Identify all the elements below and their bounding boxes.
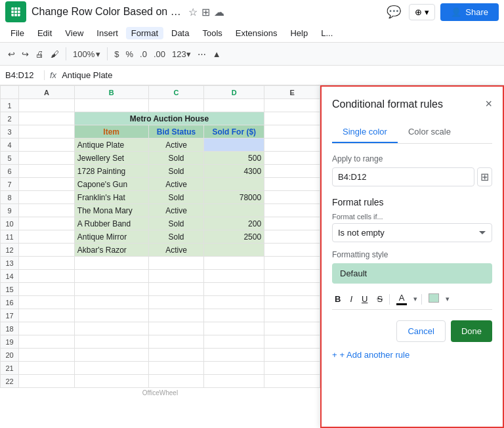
- share-button[interactable]: 👤 Share: [440, 3, 499, 21]
- fill-color-button[interactable]: [426, 292, 442, 306]
- paint-button[interactable]: 🖌: [48, 48, 62, 60]
- header-bid[interactable]: Bid Status: [148, 125, 204, 139]
- decimal2-btn[interactable]: .00: [151, 48, 168, 60]
- cancel-button[interactable]: Cancel: [396, 320, 445, 342]
- menu-edit[interactable]: Edit: [32, 27, 57, 39]
- cell-a1[interactable]: [19, 99, 75, 112]
- cell-b10[interactable]: A Rubber Band: [74, 217, 148, 230]
- more-btn[interactable]: ⋯: [195, 48, 209, 60]
- col-b-header[interactable]: B: [74, 86, 148, 99]
- title-cell[interactable]: Metro Auction House: [74, 112, 264, 125]
- tab-single-color[interactable]: Single color: [332, 121, 398, 143]
- menu-view[interactable]: View: [60, 27, 89, 39]
- cell-c8[interactable]: Sold: [148, 191, 204, 204]
- menu-data[interactable]: Data: [166, 27, 194, 39]
- undo-button[interactable]: ↩: [5, 48, 18, 60]
- cell-a4[interactable]: [19, 139, 75, 152]
- cell-c6[interactable]: Sold: [148, 165, 204, 178]
- cell-a11[interactable]: [19, 230, 75, 244]
- star-icon[interactable]: ☆: [188, 6, 198, 18]
- menu-tools[interactable]: Tools: [197, 27, 227, 39]
- menu-extra[interactable]: L...: [316, 27, 338, 39]
- cell-d1[interactable]: [204, 99, 264, 112]
- cell-c1[interactable]: [148, 99, 204, 112]
- decimal1-btn[interactable]: .0: [137, 48, 150, 60]
- add-rule-link[interactable]: + + Add another rule: [332, 350, 492, 360]
- cell-a3[interactable]: [19, 125, 75, 139]
- cell-b1[interactable]: [74, 99, 148, 112]
- header-sold[interactable]: Sold For ($): [204, 125, 264, 139]
- range-input[interactable]: [332, 167, 474, 186]
- bold-button[interactable]: B: [332, 293, 343, 305]
- collapse-btn[interactable]: ▲: [210, 48, 224, 60]
- cell-e2[interactable]: [264, 112, 320, 125]
- format-cells-if-select[interactable]: Is not empty Is empty Text contains Text…: [332, 223, 492, 242]
- cell-c5[interactable]: Sold: [148, 152, 204, 165]
- print-button[interactable]: 🖨: [33, 48, 47, 60]
- cell-d5[interactable]: 500: [204, 152, 264, 165]
- cell-b12[interactable]: Akbar's Razor: [74, 244, 148, 257]
- strikethrough-button[interactable]: S: [374, 293, 385, 305]
- col-c-header[interactable]: C: [148, 86, 204, 99]
- cell-b4[interactable]: Antique Plate: [74, 139, 148, 152]
- cell-a9[interactable]: [19, 204, 75, 217]
- cell-a10[interactable]: [19, 217, 75, 230]
- cell-c7[interactable]: Active: [148, 178, 204, 191]
- cell-e3[interactable]: [264, 125, 320, 139]
- present-btn[interactable]: ⊕ ▾: [409, 4, 435, 20]
- cell-a5[interactable]: [19, 152, 75, 165]
- underline-button[interactable]: U: [359, 293, 370, 305]
- present-dropdown[interactable]: ▾: [425, 7, 429, 17]
- cell-e1[interactable]: [264, 99, 320, 112]
- cell-b7[interactable]: Capone's Gun: [74, 178, 148, 191]
- cell-c12[interactable]: Active: [148, 244, 204, 257]
- cell-a12[interactable]: [19, 244, 75, 257]
- cell-c11[interactable]: Sold: [148, 230, 204, 244]
- cell-d10[interactable]: 200: [204, 217, 264, 230]
- menu-format[interactable]: Format: [126, 27, 163, 39]
- col-e-header[interactable]: E: [264, 86, 320, 99]
- header-item[interactable]: Item: [74, 125, 148, 139]
- fill-color-dropdown[interactable]: ▾: [446, 295, 450, 303]
- cell-b6[interactable]: 1728 Painting: [74, 165, 148, 178]
- done-button[interactable]: Done: [451, 320, 492, 342]
- col-d-header[interactable]: D: [204, 86, 264, 99]
- text-color-button[interactable]: A: [394, 291, 410, 307]
- cell-b5[interactable]: Jewellery Set: [74, 152, 148, 165]
- menu-help[interactable]: Help: [285, 27, 313, 39]
- cloud-icon[interactable]: ☁: [214, 6, 224, 18]
- cell-b11[interactable]: Antique Mirror: [74, 230, 148, 244]
- cell-a2[interactable]: [19, 112, 75, 125]
- cell-e8[interactable]: [264, 191, 320, 204]
- cell-b9[interactable]: The Mona Mary: [74, 204, 148, 217]
- cell-reference[interactable]: B4:D12: [5, 70, 45, 80]
- comment-icon[interactable]: 💬: [387, 5, 401, 19]
- cell-a7[interactable]: [19, 178, 75, 191]
- cell-e5[interactable]: [264, 152, 320, 165]
- cell-d4[interactable]: [204, 139, 264, 152]
- cell-c10[interactable]: Sold: [148, 217, 204, 230]
- tab-color-scale[interactable]: Color scale: [398, 121, 461, 143]
- format-btn[interactable]: 123▾: [169, 48, 194, 60]
- cell-e11[interactable]: [264, 230, 320, 244]
- cell-e6[interactable]: [264, 165, 320, 178]
- spreadsheet[interactable]: A B C D E 1 2: [0, 85, 320, 428]
- cell-b8[interactable]: Franklin's Hat: [74, 191, 148, 204]
- zoom-btn[interactable]: 100% ▾: [70, 48, 103, 60]
- cell-a6[interactable]: [19, 165, 75, 178]
- percent-btn[interactable]: %: [123, 48, 136, 60]
- cell-d8[interactable]: 78000: [204, 191, 264, 204]
- cell-d11[interactable]: 2500: [204, 230, 264, 244]
- grid-select-icon[interactable]: ⊞: [477, 167, 492, 186]
- cell-e10[interactable]: [264, 217, 320, 230]
- col-a-header[interactable]: A: [19, 86, 75, 99]
- cell-e9[interactable]: [264, 204, 320, 217]
- cell-e7[interactable]: [264, 178, 320, 191]
- italic-button[interactable]: I: [347, 293, 355, 305]
- currency-btn[interactable]: $: [112, 48, 121, 60]
- cell-d9[interactable]: [204, 204, 264, 217]
- cell-e4[interactable]: [264, 139, 320, 152]
- cell-c9[interactable]: Active: [148, 204, 204, 217]
- cell-d7[interactable]: [204, 178, 264, 191]
- text-color-dropdown[interactable]: ▾: [413, 295, 417, 303]
